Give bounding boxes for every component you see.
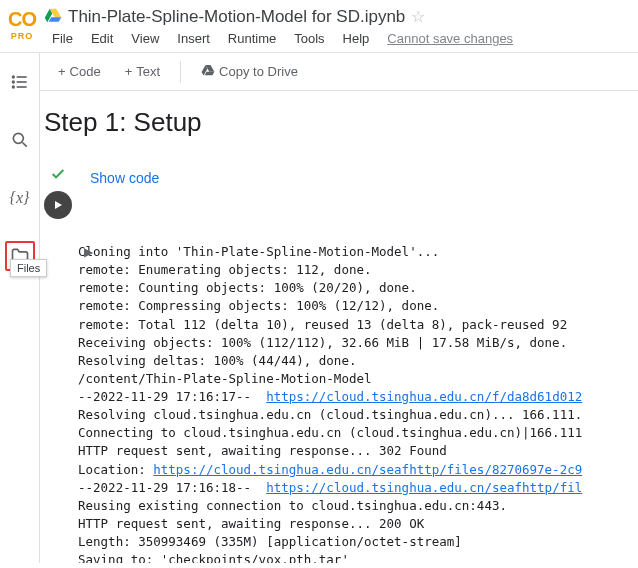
- search-icon[interactable]: [5, 125, 35, 155]
- menu-help[interactable]: Help: [335, 29, 378, 48]
- star-icon[interactable]: ☆: [411, 7, 425, 26]
- run-cell-button[interactable]: [44, 191, 72, 219]
- toc-icon[interactable]: [5, 67, 35, 97]
- files-tooltip: Files: [10, 259, 47, 277]
- menu-bar: File Edit View Insert Runtime Tools Help…: [44, 29, 521, 48]
- svg-line-7: [22, 143, 26, 147]
- svg-point-5: [12, 86, 14, 88]
- output-link[interactable]: https://cloud.tsinghua.edu.cn/seafhttp/f…: [266, 480, 582, 495]
- svg-marker-8: [55, 201, 62, 209]
- collapse-caret-icon[interactable]: ▶: [84, 245, 93, 259]
- svg-point-4: [12, 81, 14, 83]
- svg-point-3: [12, 76, 14, 78]
- menu-tools[interactable]: Tools: [286, 29, 332, 48]
- cell-output: Cloning into 'Thin-Plate-Spline-Motion-M…: [78, 243, 638, 563]
- plus-icon: +: [58, 64, 66, 79]
- output-link[interactable]: https://cloud.tsinghua.edu.cn/seafhttp/f…: [153, 462, 582, 477]
- check-icon: [50, 166, 66, 185]
- menu-edit[interactable]: Edit: [83, 29, 121, 48]
- variables-icon[interactable]: {x}: [5, 183, 35, 213]
- svg-point-6: [13, 133, 23, 143]
- notebook-title[interactable]: Thin-Plate-Spline-Motion-Model for SD.ip…: [68, 7, 405, 27]
- add-text-button[interactable]: + Text: [117, 60, 168, 83]
- plus-icon: +: [125, 64, 133, 79]
- output-link[interactable]: https://cloud.tsinghua.edu.cn/f/da8d61d0…: [266, 389, 582, 404]
- left-sidebar: {x} Files: [0, 53, 40, 563]
- cell-toolbar: + Code + Text Copy to Drive: [40, 53, 638, 91]
- save-status: Cannot save changes: [379, 29, 521, 48]
- menu-view[interactable]: View: [123, 29, 167, 48]
- menu-file[interactable]: File: [44, 29, 81, 48]
- add-code-button[interactable]: + Code: [50, 60, 109, 83]
- drive-icon: [44, 6, 62, 27]
- menu-runtime[interactable]: Runtime: [220, 29, 284, 48]
- colab-logo[interactable]: CO PRO: [8, 8, 36, 41]
- show-code-button[interactable]: Show code: [90, 170, 159, 186]
- copy-to-drive-button[interactable]: Copy to Drive: [193, 59, 306, 84]
- divider: [180, 61, 181, 83]
- menu-insert[interactable]: Insert: [169, 29, 218, 48]
- section-heading: Step 1: Setup: [44, 107, 638, 138]
- drive-icon: [201, 63, 215, 80]
